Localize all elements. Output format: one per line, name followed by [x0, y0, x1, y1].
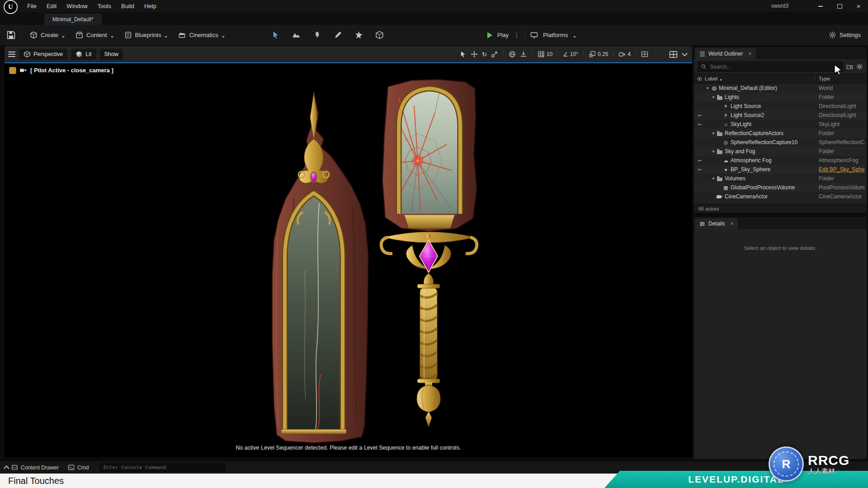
- scale-tool-icon[interactable]: [491, 51, 498, 58]
- outliner-row-spherereflectioncapture10[interactable]: ◎SphereReflectionCapture10SphereReflecti…: [694, 138, 867, 147]
- close-icon[interactable]: ×: [731, 221, 734, 227]
- expander-arrow-icon[interactable]: ▾: [711, 131, 716, 136]
- outliner-settings-gear-icon[interactable]: [856, 63, 863, 70]
- actor-type: DirectionalLight: [819, 112, 865, 118]
- pilot-eject-icon[interactable]: [9, 67, 16, 74]
- outliner-search[interactable]: [698, 61, 843, 72]
- type-column-header[interactable]: Type: [819, 76, 830, 81]
- tab-world-outliner[interactable]: World Outliner ×: [695, 48, 756, 59]
- play-button[interactable]: Play: [497, 32, 509, 38]
- label-column-header[interactable]: Label ▲: [705, 76, 722, 81]
- window-controls: ×: [811, 0, 868, 12]
- outliner-row-light-source2[interactable]: ☀Light Source2DirectionalLight: [694, 111, 867, 120]
- search-input[interactable]: [709, 63, 840, 70]
- toolbar-button-blueprints[interactable]: Blueprints: [120, 28, 172, 42]
- viewport-tool-strip: ↻ 10 ∠ 10° 0.25: [459, 50, 689, 59]
- expander-arrow-icon[interactable]: ▾: [711, 149, 716, 154]
- landscape-mode-icon[interactable]: [292, 31, 301, 39]
- rotate-tool-icon[interactable]: ↻: [482, 52, 487, 57]
- dir-light-icon: ☀: [722, 111, 730, 119]
- outliner-row-bp-sky-sphere[interactable]: ●BP_Sky_SphereEdit BP_Sky_Sphere: [694, 165, 867, 174]
- menu-help[interactable]: Help: [139, 0, 161, 12]
- visibility-toggle[interactable]: [694, 160, 705, 161]
- lit-mode-button[interactable]: Lit: [71, 49, 96, 60]
- outliner-row-minimal-default-editor-[interactable]: ▾◍Minimal_Default (Editor)World: [694, 84, 867, 93]
- expander-arrow-icon[interactable]: ▾: [711, 176, 716, 181]
- select-mode-icon[interactable]: [271, 31, 280, 39]
- outliner-row-cinecameraactor[interactable]: CineCameraActorCineCameraActor: [694, 192, 867, 201]
- 3d-scene: [5, 63, 692, 457]
- actor-type-link[interactable]: Edit BP_Sky_Sphere: [819, 166, 865, 173]
- actor-label: Lights: [725, 94, 739, 100]
- visibility-toggle[interactable]: [694, 169, 705, 170]
- play-icon[interactable]: [487, 32, 492, 38]
- chevron-down-icon[interactable]: [682, 51, 688, 56]
- visibility-toggle[interactable]: [694, 115, 705, 116]
- outliner-row-volumes[interactable]: ▾VolumesFolder: [694, 174, 867, 183]
- unreal-logo-icon[interactable]: U: [4, 0, 18, 14]
- outliner-row-globalpostprocessvolume[interactable]: ▦GlobalPostProcessVolumePostProcessVolum…: [694, 183, 867, 192]
- minimize-icon: [818, 6, 823, 7]
- toolbar-button-content[interactable]: Content: [71, 28, 118, 42]
- foliage-mode-icon[interactable]: [313, 31, 321, 39]
- new-folder-icon[interactable]: [846, 63, 853, 70]
- outliner-row-skylight[interactable]: ☼SkyLightSkyLight: [694, 120, 867, 129]
- actor-type: AtmosphericFog: [819, 157, 865, 164]
- maximize-button[interactable]: [830, 0, 849, 12]
- content-drawer-button[interactable]: Content Drawer: [0, 461, 63, 474]
- select-tool-icon[interactable]: [459, 51, 467, 58]
- modeling-mode-icon[interactable]: [375, 31, 384, 39]
- surface-snap-icon[interactable]: [520, 51, 527, 58]
- expander-arrow-icon[interactable]: ▾: [711, 95, 716, 99]
- tab-minimal-default[interactable]: Minimal_Default*: [44, 14, 102, 25]
- tab-details[interactable]: Details ×: [695, 218, 738, 229]
- perspective-button[interactable]: Perspective: [19, 49, 67, 60]
- save-button[interactable]: [6, 30, 16, 40]
- minimize-button[interactable]: [811, 0, 830, 12]
- toolbar-button-create[interactable]: Create: [25, 28, 69, 42]
- move-tool-icon[interactable]: [471, 51, 478, 58]
- chevron-down-icon: [165, 36, 167, 38]
- camera-speed-control[interactable]: 4: [618, 51, 631, 58]
- rotation-snap-toggle[interactable]: ∠ 10°: [563, 51, 578, 57]
- label-column-text: Label: [705, 76, 717, 81]
- outliner-row-sky-and-fog[interactable]: ▾Sky and FogFolder: [694, 147, 867, 156]
- scabbard-mesh[interactable]: [272, 92, 368, 443]
- menu-window[interactable]: Window: [61, 0, 92, 12]
- close-button[interactable]: ×: [849, 0, 868, 12]
- outliner-row-light-source[interactable]: ☀Light SourceDirectionalLight: [694, 102, 867, 111]
- pilot-camera-icon: [19, 66, 27, 74]
- maximize-viewport-icon[interactable]: [641, 51, 648, 58]
- menu-edit[interactable]: Edit: [42, 0, 61, 12]
- show-button[interactable]: Show: [100, 49, 123, 60]
- menu-file[interactable]: File: [22, 0, 42, 12]
- toolbar-button-cinematics[interactable]: Cinematics: [174, 28, 229, 42]
- outliner-row-lights[interactable]: ▾LightsFolder: [694, 93, 867, 102]
- play-options-icon[interactable]: ⋮: [514, 32, 520, 39]
- cmd-selector[interactable]: Cmd: [63, 461, 93, 474]
- tool-divider: [557, 51, 558, 58]
- viewport-layout-icon[interactable]: [669, 50, 678, 59]
- level-viewport[interactable]: Perspective Lit Show ↻ 10: [5, 46, 692, 457]
- menu-tools[interactable]: Tools: [93, 0, 116, 12]
- settings-button[interactable]: Settings: [829, 25, 861, 45]
- mesh-paint-mode-icon[interactable]: [334, 31, 342, 39]
- menu-build[interactable]: Build: [116, 0, 139, 12]
- grid-snap-toggle[interactable]: 10: [538, 51, 552, 58]
- visibility-toggle[interactable]: [694, 124, 705, 125]
- platforms-button[interactable]: Platforms: [543, 32, 568, 38]
- sequencer-message: No active Level Sequencer detected. Plea…: [5, 445, 692, 451]
- world-space-icon[interactable]: [509, 51, 516, 58]
- outliner-row-atmospheric-fog[interactable]: ☁Atmospheric FogAtmosphericFog: [694, 156, 867, 165]
- outliner-row-reflectioncaptureactors[interactable]: ▾ReflectionCaptureActorsFolder: [694, 129, 867, 138]
- scale-snap-toggle[interactable]: 0.25: [589, 51, 608, 58]
- fracture-mode-icon[interactable]: [354, 31, 363, 39]
- visibility-column-eye-icon[interactable]: [694, 76, 705, 82]
- scale-snap-value: 0.25: [598, 51, 608, 57]
- close-icon[interactable]: ×: [748, 51, 751, 57]
- viewport-3d-area[interactable]: [ Pilot Active - close_camera ] No activ…: [5, 62, 692, 457]
- dagger-mesh[interactable]: [381, 80, 476, 427]
- expander-arrow-icon[interactable]: ▾: [705, 86, 710, 90]
- console-command-input[interactable]: [99, 463, 225, 472]
- viewport-menu-icon[interactable]: [8, 52, 15, 57]
